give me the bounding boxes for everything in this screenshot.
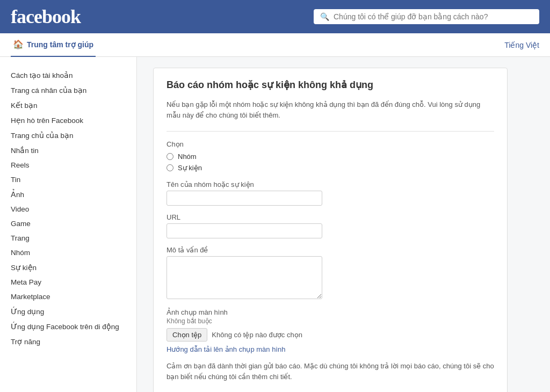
upload-guide-link[interactable]: Hướng dẫn tải lên ảnh chụp màn hình bbox=[167, 345, 285, 353]
description-field-label: Mô tả vấn đề bbox=[167, 246, 494, 254]
form-title: Báo cáo nhóm hoặc sự kiện không khả dụng bbox=[167, 79, 494, 91]
sidebar-item-profile[interactable]: Trang cá nhân của bạn bbox=[11, 83, 136, 98]
search-bar[interactable]: 🔍 bbox=[314, 9, 539, 24]
search-input[interactable] bbox=[334, 12, 533, 21]
home-help-link[interactable]: 🏠 Trung tâm trợ giúp bbox=[11, 33, 96, 57]
sidebar-item-friends[interactable]: Kết bạn bbox=[11, 98, 136, 113]
radio-option-event[interactable]: Sự kiện bbox=[167, 164, 494, 172]
sidebar-item-game[interactable]: Game bbox=[11, 216, 136, 231]
choose-file-button[interactable]: Chọn tệp bbox=[167, 328, 207, 342]
content-area: Báo cáo nhóm hoặc sự kiện không khả dụng… bbox=[137, 57, 550, 392]
thank-you-text: Cảm ơn bạn đã dành thời gian gửi báo cáo… bbox=[167, 361, 494, 382]
sidebar-item-mobile-apps[interactable]: Ứng dụng Facebook trên di động bbox=[11, 319, 136, 334]
sidebar-item-apps[interactable]: Ứng dụng bbox=[11, 304, 136, 319]
language-selector[interactable]: Tiếng Việt bbox=[504, 41, 539, 49]
sidebar-item-accessibility[interactable]: Trợ năng bbox=[11, 334, 136, 349]
divider bbox=[167, 131, 494, 132]
sidebar-item-dating[interactable]: Hẹn hò trên Facebook bbox=[11, 113, 136, 128]
radio-group-input[interactable] bbox=[167, 153, 173, 160]
screenshot-label: Ảnh chụp màn hình bbox=[167, 308, 494, 316]
radio-event-input[interactable] bbox=[167, 164, 173, 171]
sidebar-item-events[interactable]: Sự kiện bbox=[11, 260, 136, 275]
sidebar: Cách tạo tài khoản Trang cá nhân của bạn… bbox=[0, 57, 137, 392]
form-card: Báo cáo nhóm hoặc sự kiện không khả dụng… bbox=[153, 68, 508, 392]
logo: facebook bbox=[11, 5, 81, 28]
main-layout: Cách tạo tài khoản Trang cá nhân của bạn… bbox=[0, 57, 550, 392]
header: facebook 🔍 bbox=[0, 0, 550, 33]
no-file-text: Không có tệp nào được chọn bbox=[212, 331, 302, 339]
sidebar-item-reels[interactable]: Reels bbox=[11, 158, 136, 172]
radio-group: Nhóm Sự kiện bbox=[167, 153, 494, 172]
file-upload-row: Chọn tệp Không có tệp nào được chọn bbox=[167, 328, 494, 342]
name-field-group: Tên của nhóm hoặc sự kiện bbox=[167, 180, 494, 206]
sidebar-item-meta-pay[interactable]: Meta Pay bbox=[11, 275, 136, 289]
sidebar-item-pages[interactable]: Trang bbox=[11, 231, 136, 245]
name-field-label: Tên của nhóm hoặc sự kiện bbox=[167, 180, 494, 188]
url-field-group: URL bbox=[167, 213, 494, 238]
radio-option-group[interactable]: Nhóm bbox=[167, 153, 494, 161]
sidebar-item-create-account[interactable]: Cách tạo tài khoản bbox=[11, 68, 136, 83]
screenshot-section: Ảnh chụp màn hình Không bắt buộc Chọn tệ… bbox=[167, 308, 494, 353]
choose-label: Chọn bbox=[167, 140, 494, 148]
sidebar-item-photos[interactable]: Ảnh bbox=[11, 187, 136, 202]
sidebar-item-messages[interactable]: Nhắn tin bbox=[11, 143, 136, 158]
sidebar-item-stories[interactable]: Tin bbox=[11, 172, 136, 187]
description-textarea[interactable] bbox=[167, 256, 322, 299]
sidebar-item-marketplace[interactable]: Marketplace bbox=[11, 289, 136, 304]
help-center-label: Trung tâm trợ giúp bbox=[27, 40, 93, 49]
sidebar-item-newsfeed[interactable]: Trang chủ của bạn bbox=[11, 128, 136, 143]
url-field-label: URL bbox=[167, 213, 494, 221]
description-field-group: Mô tả vấn đề bbox=[167, 246, 494, 301]
sidebar-item-groups[interactable]: Nhóm bbox=[11, 245, 136, 260]
navbar: 🏠 Trung tâm trợ giúp Tiếng Việt bbox=[0, 33, 550, 57]
choose-section: Chọn Nhóm Sự kiện bbox=[167, 140, 494, 172]
optional-label: Không bắt buộc bbox=[167, 317, 494, 325]
url-field-input[interactable] bbox=[167, 223, 322, 238]
form-description: Nếu bạn gặp lỗi một nhóm hoặc sự kiện kh… bbox=[167, 99, 494, 120]
radio-event-label: Sự kiện bbox=[178, 164, 202, 172]
home-icon: 🏠 bbox=[13, 39, 24, 49]
sidebar-item-video[interactable]: Video bbox=[11, 202, 136, 216]
search-icon: 🔍 bbox=[320, 12, 329, 21]
radio-group-label: Nhóm bbox=[178, 153, 197, 161]
name-field-input[interactable] bbox=[167, 191, 322, 206]
language-label: Tiếng Việt bbox=[504, 41, 539, 49]
